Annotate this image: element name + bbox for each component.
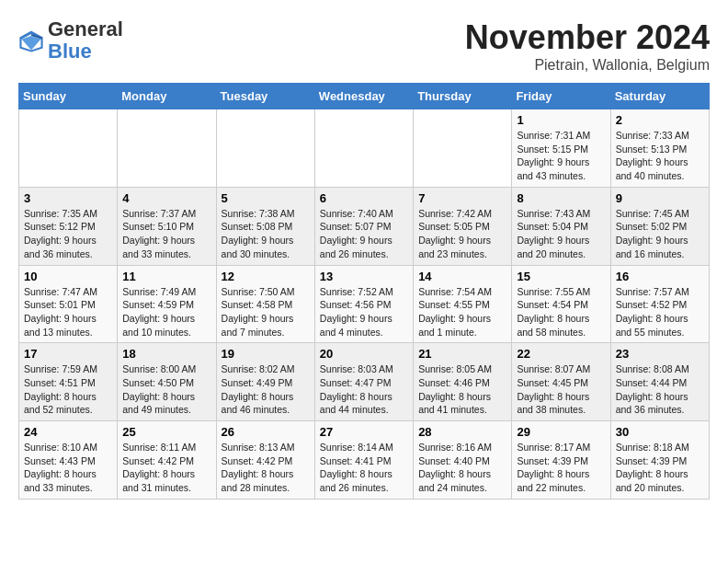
day-number: 2 <box>616 113 704 127</box>
day-cell: 4Sunrise: 7:37 AM Sunset: 5:10 PM Daylig… <box>118 187 216 265</box>
day-cell: 29Sunrise: 8:17 AM Sunset: 4:39 PM Dayli… <box>512 421 610 500</box>
day-info: Sunrise: 7:49 AM Sunset: 4:59 PM Dayligh… <box>122 285 210 339</box>
day-info: Sunrise: 8:17 AM Sunset: 4:39 PM Dayligh… <box>517 441 605 495</box>
day-number: 6 <box>320 191 408 205</box>
day-info: Sunrise: 8:07 AM Sunset: 4:45 PM Dayligh… <box>517 362 605 417</box>
day-number: 7 <box>418 191 506 205</box>
weekday-header-sunday: Sunday <box>19 84 118 109</box>
day-info: Sunrise: 7:57 AM Sunset: 4:52 PM Dayligh… <box>616 285 704 339</box>
week-row-2: 3Sunrise: 7:35 AM Sunset: 5:12 PM Daylig… <box>19 187 710 265</box>
day-cell: 11Sunrise: 7:49 AM Sunset: 4:59 PM Dayli… <box>118 265 216 343</box>
weekday-header-monday: Monday <box>118 84 216 109</box>
day-info: Sunrise: 7:54 AM Sunset: 4:55 PM Dayligh… <box>418 285 506 339</box>
day-info: Sunrise: 7:55 AM Sunset: 4:54 PM Dayligh… <box>517 285 605 339</box>
day-number: 9 <box>616 191 704 205</box>
day-info: Sunrise: 7:50 AM Sunset: 4:58 PM Dayligh… <box>222 285 310 339</box>
day-info: Sunrise: 7:47 AM Sunset: 5:01 PM Dayligh… <box>24 285 112 339</box>
day-number: 18 <box>122 347 210 361</box>
day-cell: 5Sunrise: 7:38 AM Sunset: 5:08 PM Daylig… <box>216 187 314 265</box>
day-info: Sunrise: 8:03 AM Sunset: 4:47 PM Dayligh… <box>320 362 408 417</box>
day-cell: 14Sunrise: 7:54 AM Sunset: 4:55 PM Dayli… <box>414 265 512 343</box>
day-cell: 12Sunrise: 7:50 AM Sunset: 4:58 PM Dayli… <box>216 265 314 343</box>
title-section: November 2024 Pietrain, Wallonia, Belgiu… <box>465 18 710 74</box>
day-info: Sunrise: 8:13 AM Sunset: 4:42 PM Dayligh… <box>222 441 310 495</box>
day-number: 29 <box>517 425 605 439</box>
day-cell: 15Sunrise: 7:55 AM Sunset: 4:54 PM Dayli… <box>512 265 610 343</box>
weekday-header-tuesday: Tuesday <box>216 84 314 109</box>
day-info: Sunrise: 7:42 AM Sunset: 5:05 PM Dayligh… <box>418 207 506 261</box>
header: General Blue November 2024 Pietrain, Wal… <box>18 18 710 74</box>
logo-icon <box>18 28 44 53</box>
day-number: 4 <box>122 191 210 205</box>
day-number: 8 <box>517 191 605 205</box>
day-number: 12 <box>222 270 310 283</box>
day-cell: 1Sunrise: 7:31 AM Sunset: 5:15 PM Daylig… <box>512 109 610 188</box>
day-number: 27 <box>320 425 408 439</box>
week-row-4: 17Sunrise: 7:59 AM Sunset: 4:51 PM Dayli… <box>19 343 710 421</box>
day-info: Sunrise: 7:40 AM Sunset: 5:07 PM Dayligh… <box>320 207 408 261</box>
day-info: Sunrise: 7:43 AM Sunset: 5:04 PM Dayligh… <box>517 207 605 261</box>
day-cell: 24Sunrise: 8:10 AM Sunset: 4:43 PM Dayli… <box>19 421 118 500</box>
day-number: 19 <box>222 347 310 361</box>
day-info: Sunrise: 8:14 AM Sunset: 4:41 PM Dayligh… <box>320 441 408 495</box>
day-number: 15 <box>517 270 605 283</box>
day-cell: 28Sunrise: 8:16 AM Sunset: 4:40 PM Dayli… <box>414 421 512 500</box>
day-cell: 6Sunrise: 7:40 AM Sunset: 5:07 PM Daylig… <box>314 187 413 265</box>
day-cell: 7Sunrise: 7:42 AM Sunset: 5:05 PM Daylig… <box>414 187 512 265</box>
day-number: 30 <box>616 425 704 439</box>
day-number: 16 <box>616 270 704 283</box>
calendar-table: SundayMondayTuesdayWednesdayThursdayFrid… <box>18 83 710 500</box>
day-cell: 16Sunrise: 7:57 AM Sunset: 4:52 PM Dayli… <box>610 265 709 343</box>
day-number: 22 <box>517 347 605 361</box>
day-info: Sunrise: 7:45 AM Sunset: 5:02 PM Dayligh… <box>616 207 704 261</box>
day-cell: 8Sunrise: 7:43 AM Sunset: 5:04 PM Daylig… <box>512 187 610 265</box>
day-cell: 13Sunrise: 7:52 AM Sunset: 4:56 PM Dayli… <box>314 265 413 343</box>
day-info: Sunrise: 8:11 AM Sunset: 4:42 PM Dayligh… <box>122 441 210 495</box>
logo-text: General Blue <box>48 18 123 63</box>
day-cell <box>216 109 314 188</box>
day-cell: 10Sunrise: 7:47 AM Sunset: 5:01 PM Dayli… <box>19 265 118 343</box>
day-number: 11 <box>122 270 210 283</box>
day-info: Sunrise: 8:05 AM Sunset: 4:46 PM Dayligh… <box>418 362 506 417</box>
weekday-header-friday: Friday <box>512 84 610 109</box>
week-row-3: 10Sunrise: 7:47 AM Sunset: 5:01 PM Dayli… <box>19 265 710 343</box>
day-number: 23 <box>616 347 704 361</box>
day-number: 28 <box>418 425 506 439</box>
day-number: 21 <box>418 347 506 361</box>
day-info: Sunrise: 7:35 AM Sunset: 5:12 PM Dayligh… <box>24 207 112 261</box>
day-info: Sunrise: 7:31 AM Sunset: 5:15 PM Dayligh… <box>517 129 605 183</box>
day-cell: 20Sunrise: 8:03 AM Sunset: 4:47 PM Dayli… <box>314 343 413 421</box>
day-info: Sunrise: 7:38 AM Sunset: 5:08 PM Dayligh… <box>222 207 310 261</box>
day-info: Sunrise: 8:18 AM Sunset: 4:39 PM Dayligh… <box>616 441 704 495</box>
day-cell: 27Sunrise: 8:14 AM Sunset: 4:41 PM Dayli… <box>314 421 413 500</box>
day-info: Sunrise: 7:37 AM Sunset: 5:10 PM Dayligh… <box>122 207 210 261</box>
day-info: Sunrise: 8:02 AM Sunset: 4:49 PM Dayligh… <box>222 362 310 417</box>
day-cell: 9Sunrise: 7:45 AM Sunset: 5:02 PM Daylig… <box>610 187 709 265</box>
month-title: November 2024 <box>465 18 710 57</box>
day-number: 10 <box>24 270 112 283</box>
day-cell: 30Sunrise: 8:18 AM Sunset: 4:39 PM Dayli… <box>610 421 709 500</box>
day-info: Sunrise: 8:10 AM Sunset: 4:43 PM Dayligh… <box>24 441 112 495</box>
logo: General Blue <box>18 18 123 63</box>
day-cell: 18Sunrise: 8:00 AM Sunset: 4:50 PM Dayli… <box>118 343 216 421</box>
day-info: Sunrise: 7:52 AM Sunset: 4:56 PM Dayligh… <box>320 285 408 339</box>
day-cell <box>314 109 413 188</box>
day-cell <box>19 109 118 188</box>
day-info: Sunrise: 7:33 AM Sunset: 5:13 PM Dayligh… <box>616 129 704 183</box>
weekday-header-thursday: Thursday <box>414 84 512 109</box>
day-number: 26 <box>222 425 310 439</box>
weekday-header-saturday: Saturday <box>610 84 709 109</box>
day-cell: 23Sunrise: 8:08 AM Sunset: 4:44 PM Dayli… <box>610 343 709 421</box>
day-number: 24 <box>24 425 112 439</box>
location-title: Pietrain, Wallonia, Belgium <box>465 57 710 74</box>
day-number: 1 <box>517 113 605 127</box>
day-cell: 3Sunrise: 7:35 AM Sunset: 5:12 PM Daylig… <box>19 187 118 265</box>
day-info: Sunrise: 8:00 AM Sunset: 4:50 PM Dayligh… <box>122 362 210 417</box>
day-cell: 2Sunrise: 7:33 AM Sunset: 5:13 PM Daylig… <box>610 109 709 188</box>
day-info: Sunrise: 8:08 AM Sunset: 4:44 PM Dayligh… <box>616 362 704 417</box>
week-row-1: 1Sunrise: 7:31 AM Sunset: 5:15 PM Daylig… <box>19 109 710 188</box>
day-cell: 25Sunrise: 8:11 AM Sunset: 4:42 PM Dayli… <box>118 421 216 500</box>
day-info: Sunrise: 7:59 AM Sunset: 4:51 PM Dayligh… <box>24 362 112 417</box>
day-cell <box>414 109 512 188</box>
week-row-5: 24Sunrise: 8:10 AM Sunset: 4:43 PM Dayli… <box>19 421 710 500</box>
